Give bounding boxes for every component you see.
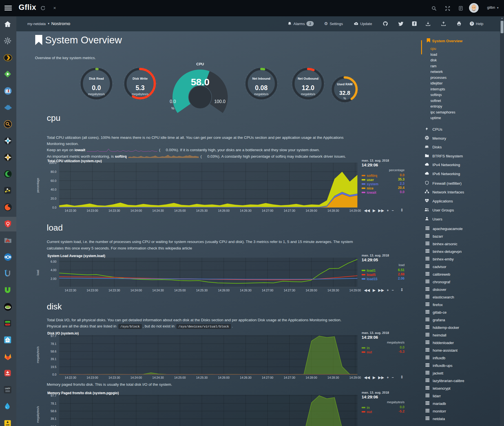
toc-section-applications[interactable]: Applications [424, 199, 453, 203]
toc-section-memory[interactable]: Memory [424, 136, 446, 141]
toc-app-heimdall[interactable]: heimdall [425, 333, 446, 337]
sidebar-app-green-swirl-app[interactable] [0, 167, 16, 182]
settings-button[interactable]: ⚙ Settings [324, 16, 343, 31]
pan-backward-button[interactable]: ◀◀ [364, 376, 370, 380]
toc-app-calibreweb[interactable]: calibreweb [425, 272, 450, 276]
help-button[interactable]: ? Help [470, 16, 483, 31]
user-menu[interactable]: gilbn▼ [487, 5, 499, 10]
sidebar-app-home[interactable] [0, 17, 16, 32]
avatar[interactable] [469, 3, 479, 13]
refresh-icon[interactable] [39, 5, 46, 12]
legend-row-system[interactable]: system2.3 [362, 182, 404, 186]
toc-item-processes[interactable]: processes [430, 76, 446, 80]
sidebar-app-book-library[interactable] [0, 84, 16, 99]
sidebar-app-grafana[interactable] [0, 200, 16, 215]
toc-app-hddtemp-docker[interactable]: hddtemp-docker [425, 325, 459, 330]
zoom-out-button[interactable]: − [392, 209, 394, 213]
pan-forward-button[interactable]: ▶▶ [378, 376, 384, 380]
pan-forward-button[interactable]: ▶▶ [378, 288, 384, 292]
legend-row-load15[interactable]: load152.06 [362, 276, 404, 281]
sidebar-app-jackett[interactable] [0, 117, 16, 132]
sidebar-app-downloader[interactable] [0, 366, 16, 381]
toc-section-ipv4-networking[interactable]: IPv4 Networking [424, 163, 460, 167]
toc-app-lidarr[interactable]: lidarr [425, 394, 441, 398]
sidebar-app-nextcloud[interactable] [0, 250, 16, 265]
toc-item-entropy[interactable]: entropy [430, 104, 442, 108]
search-icon[interactable] [431, 5, 437, 12]
import-button[interactable] [426, 16, 430, 31]
sidebar-app-home-assistant[interactable] [0, 333, 16, 348]
chart-resize-handle[interactable]: ⇕ [400, 208, 404, 212]
gauge-disk-write[interactable]: Disk Write5.3megabytes/s [120, 64, 160, 103]
zoom-in-button[interactable]: + [387, 209, 389, 213]
gauge-used-ram[interactable]: Used RAM32.8% [328, 72, 362, 106]
fullscreen-expand-icon[interactable] [444, 5, 451, 12]
toc-item-idlejitter[interactable]: idlejitter [430, 81, 443, 85]
toc-app-diskover[interactable]: diskover [425, 287, 446, 292]
gauge-net-inbound[interactable]: Net Inbound0.08megabits/s [242, 64, 281, 103]
chart-resize-handle[interactable]: ⇕ [400, 287, 404, 292]
server-dropdown[interactable]: my-netdata ▼ [27, 16, 50, 31]
play-button[interactable]: ▶ [373, 288, 376, 292]
toc-item-cpu[interactable]: cpu [430, 47, 436, 51]
toc-item-softirqs[interactable]: softirqs [430, 93, 442, 97]
zoom-in-button[interactable]: + [387, 288, 389, 292]
scrollbar-track[interactable]: ▲ [500, 16, 504, 426]
toc-app-binhex-delugevpn[interactable]: binhex-delugevpn [425, 249, 462, 254]
toc-app-apacheguacamole[interactable]: apacheguacamole [425, 226, 463, 231]
sidebar-app-unraid[interactable] [0, 267, 16, 281]
gauge-cpu[interactable]: CPU58.00.0100.0% [168, 65, 233, 124]
toc-app-influxdb[interactable]: influxdb [425, 356, 445, 360]
toc-app-letsencrypt[interactable]: letsencrypt [425, 386, 450, 391]
toc-app-chronograf[interactable]: chronograf [425, 280, 450, 284]
toc-app-lazylibrarian-calibre[interactable]: lazylibrarian-calibre [425, 378, 464, 383]
toc-app-mariadb[interactable]: mariadb [425, 401, 446, 406]
sidebar-app-utorrent[interactable] [0, 283, 16, 298]
chart-plot[interactable] [59, 395, 357, 426]
gauge-net-outbound[interactable]: Net Outbound12.0megabits/s [288, 64, 328, 103]
changelog-icon[interactable] [457, 5, 464, 12]
toc-title-system-overview[interactable]: System Overview [427, 38, 463, 43]
legend-row-out[interactable]: out-5.2 [362, 409, 404, 414]
pan-forward-button[interactable]: ▶▶ [378, 209, 384, 213]
toc-section-user-groups[interactable]: User Groups [424, 208, 454, 212]
sidebar-app-guacamole[interactable] [0, 300, 16, 315]
legend-row-in[interactable]: in0.0 [362, 345, 404, 350]
toc-section-disks[interactable]: Disks [424, 145, 442, 150]
toc-app-binhex-emby[interactable]: binhex-emby [425, 257, 454, 261]
toc-item-network[interactable]: network [430, 70, 443, 74]
twitter-button[interactable] [398, 16, 403, 31]
play-button[interactable]: ▶ [373, 376, 376, 380]
pan-backward-button[interactable]: ◀◀ [364, 209, 370, 213]
toc-app-binhex-airsonic[interactable]: binhex-airsonic [425, 242, 457, 246]
toc-app-monitorr[interactable]: monitorr [425, 409, 446, 413]
toc-app-bazarr[interactable]: bazarr [425, 234, 443, 238]
toc-app-firefox[interactable]: firefox [425, 302, 443, 307]
alarms-button[interactable]: Alarms 2 [288, 16, 314, 31]
toc-item-ipc-semaphores[interactable]: ipc semaphores [430, 110, 455, 114]
chart-resize-handle[interactable]: ⇕ [400, 375, 404, 379]
sidebar-app-pinwheel-app-blue[interactable] [0, 134, 16, 148]
gauge-disk-read[interactable]: Disk Read0.0megabytes/s [77, 64, 116, 103]
zoom-out-button[interactable]: − [392, 288, 394, 292]
toc-item-uptime[interactable]: uptime [430, 116, 441, 120]
sidebar-app-settings[interactable] [0, 34, 16, 49]
update-button[interactable]: Update [354, 16, 372, 31]
sidebar-app-netdata-current[interactable] [0, 217, 16, 231]
legend-row-in[interactable]: in0.0 [362, 405, 404, 410]
legend-row-user[interactable]: user35.3 [362, 177, 404, 182]
close-icon[interactable]: × [51, 5, 58, 12]
hostname[interactable]: Nostromo [51, 16, 70, 31]
chart-plot[interactable] [59, 335, 357, 374]
toc-item-disk[interactable]: disk [430, 58, 437, 62]
legend-row-nice[interactable]: nice20.4 [362, 186, 404, 190]
scrollbar-thumb[interactable] [501, 21, 503, 33]
zoom-in-button[interactable]: + [387, 376, 389, 380]
toc-app-influxdb-ups[interactable]: influxdb-ups [425, 363, 452, 368]
sidebar-app-airsonic[interactable] [0, 101, 16, 115]
sidebar-app-monitorr[interactable]: OnlineOffline [0, 316, 16, 331]
toc-app-hiddenloader[interactable]: hiddenloader [425, 340, 454, 345]
export-button[interactable] [441, 16, 446, 31]
toc-app-jackett[interactable]: jackett [425, 371, 443, 375]
toc-section-network-interfaces[interactable]: Network Interfaces [424, 190, 464, 194]
